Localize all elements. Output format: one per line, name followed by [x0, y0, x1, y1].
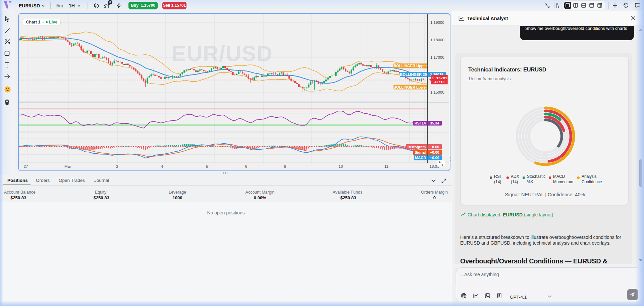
- svg-text:MACD: MACD: [415, 156, 426, 160]
- svg-text:Histogram: Histogram: [407, 145, 426, 149]
- svg-text:1.15000: 1.15000: [430, 90, 444, 94]
- svg-text:BOLLINGER Upper: BOLLINGER Upper: [393, 64, 427, 68]
- svg-text:1.18000: 1.18000: [430, 38, 444, 42]
- svg-text:10: 10: [338, 164, 343, 168]
- svg-text:11: 11: [384, 164, 388, 168]
- svg-text:3: 3: [116, 164, 118, 168]
- svg-text:1.17000: 1.17000: [430, 55, 444, 59]
- svg-text:4: 4: [161, 164, 163, 168]
- svg-text:−0.00: −0.00: [430, 156, 439, 160]
- svg-text:EUR/USD: EUR/USD: [171, 42, 273, 66]
- svg-text:27: 27: [23, 164, 28, 168]
- svg-text:BOLLINGER Lower: BOLLINGER Lower: [393, 85, 427, 89]
- svg-text:BOLLINGER 20: BOLLINGER 20: [400, 72, 427, 76]
- svg-text:−0.00: −0.00: [430, 150, 439, 154]
- svg-text:1.19000: 1.19000: [430, 20, 444, 24]
- svg-text:1.15701: 1.15701: [432, 76, 447, 80]
- svg-text:6: 6: [245, 164, 247, 168]
- svg-text:5: 5: [206, 164, 208, 168]
- svg-text:Mar: Mar: [64, 164, 71, 168]
- svg-text:−0.00: −0.00: [430, 145, 439, 149]
- svg-text:35.34: 35.34: [430, 121, 439, 125]
- svg-text:Signal: Signal: [415, 150, 426, 154]
- svg-text:42:10: 42:10: [434, 81, 444, 84]
- svg-text:RSI 14: RSI 14: [414, 121, 426, 125]
- svg-text:8: 8: [284, 164, 286, 168]
